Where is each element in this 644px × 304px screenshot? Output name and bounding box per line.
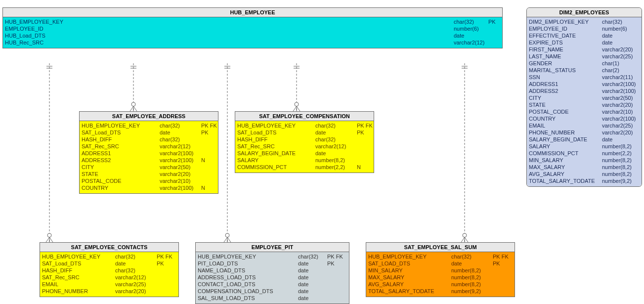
column-row: HASH_DIFFchar(32) <box>237 136 372 143</box>
column-name: ADDRESS2 <box>82 157 156 164</box>
column-flag <box>488 32 500 39</box>
column-type: number(6) <box>602 25 642 32</box>
column-name: SAT_Load_DTS <box>42 260 111 267</box>
column-name: EMAIL <box>529 122 598 129</box>
column-row: STATEvarchar2(20) <box>529 101 640 108</box>
column-row: FIRST_NAMEvarchar2(20) <box>529 46 640 53</box>
column-flag: PK FK <box>327 253 343 260</box>
entity-sat-employee-contacts: SAT_EMPLOYEE_CONTACTS HUB_EMPLOYEE_KEYch… <box>40 242 179 297</box>
column-name: MIN_SALARY <box>368 267 447 274</box>
column-type: char(32) <box>160 122 199 129</box>
column-type: date <box>454 32 488 39</box>
column-row: SAT_Load_DTSdatePK <box>42 260 176 267</box>
column-type: varchar2(20) <box>115 288 155 295</box>
column-row: EFFECTIVE_DATEdate <box>529 32 640 39</box>
column-row: HUB_EMPLOYEE_KEYchar(32)PK FK <box>237 122 372 129</box>
column-row: CONTACT_LOAD_DTSdate <box>198 281 347 288</box>
entity-employee-pit: EMPLOYEE_PIT HUB_EMPLOYEE_KEYchar(32)PK … <box>195 242 349 304</box>
column-name: STATE <box>82 171 156 177</box>
column-name: SSN <box>529 74 598 81</box>
column-row: STATEvarchar2(20) <box>82 171 216 177</box>
column-type: varchar2(25) <box>602 53 642 60</box>
column-row: CITYvarchar2(50) <box>82 164 216 171</box>
column-flag: PK <box>201 129 209 136</box>
column-type: date <box>602 136 642 143</box>
column-name: CONTACT_LOAD_DTS <box>198 281 294 288</box>
column-type: date <box>298 267 325 274</box>
column-type: varchar2(50) <box>602 94 642 101</box>
entity-body: HUB_EMPLOYEE_KEYchar(32)PK FKPIT_LOAD_DT… <box>196 252 349 304</box>
column-row: POSTAL_CODEvarchar2(10) <box>529 108 640 115</box>
column-type: varchar2(50) <box>160 164 199 171</box>
column-row: EMPLOYEE_IDnumber(6) <box>5 25 500 32</box>
entity-title: SAT_EMPLOYEE_COMPENSATION <box>235 112 374 121</box>
column-name: HUB_EMPLOYEE_KEY <box>368 253 447 260</box>
column-type: varchar2(12) <box>454 39 488 46</box>
entity-body: HUB_EMPLOYEE_KEYchar(32)PK FKSAT_Load_DT… <box>235 121 374 173</box>
column-name: MAX_SALARY <box>368 274 447 281</box>
column-type: char(32) <box>160 136 199 143</box>
column-type: char(32) <box>115 267 155 274</box>
column-flag: PK FK <box>357 122 373 129</box>
column-row: PIT_LOAD_DTSdatePK <box>198 260 347 267</box>
column-type: number(8,2) <box>602 171 642 177</box>
column-row: AVG_SALARYnumber(8,2) <box>529 171 640 177</box>
entity-body: DIM2_EMPLOYEE_KEYchar(32)EMPLOYEE_IDnumb… <box>527 17 642 186</box>
column-type: varchar2(100) <box>160 157 199 164</box>
column-type: date <box>298 281 325 288</box>
column-type: varchar2(20) <box>602 101 642 108</box>
column-type: varchar2(100) <box>602 115 642 122</box>
column-row: EMAILvarchar2(25) <box>42 281 176 288</box>
column-type: char(32) <box>454 18 488 25</box>
column-type: char(32) <box>315 122 355 129</box>
column-type: date <box>298 288 325 295</box>
column-flag <box>488 39 500 46</box>
column-type: varchar2(10) <box>160 177 199 184</box>
column-name: EMAIL <box>42 281 111 288</box>
column-name: STATE <box>529 101 598 108</box>
column-type: varchar2(11) <box>602 74 642 81</box>
column-name: PHONE_NUMBER <box>529 129 598 136</box>
column-type-flag: char(32)PK <box>454 18 500 25</box>
column-type: number(8,2) <box>602 143 642 150</box>
column-row: SSNvarchar2(11) <box>529 74 640 81</box>
column-type: varchar2(25) <box>602 122 642 129</box>
column-row: SALARY_BEGIN_DATEdate <box>529 136 640 143</box>
column-row: EXPIRE_DTSdate <box>529 39 640 46</box>
column-type: date <box>298 295 325 302</box>
column-type: date <box>115 260 155 267</box>
column-type: char(32) <box>602 18 642 25</box>
entity-dim2-employees: DIM2_EMPLOYEES DIM2_EMPLOYEE_KEYchar(32)… <box>526 7 642 187</box>
column-name: POSTAL_CODE <box>82 177 156 184</box>
column-row: ADDRESS_LOAD_DTSdate <box>198 274 347 281</box>
column-type: varchar2(10) <box>602 108 642 115</box>
entity-body: HUB_EMPLOYEE_KEYchar(32)PK FKSAT_Load_DT… <box>40 252 178 297</box>
column-type: date <box>315 150 355 157</box>
column-row: SAT_Load_DTSdatePK <box>82 129 216 136</box>
column-name: TOTAL_SALARY_TODATE <box>529 177 598 184</box>
column-flag <box>488 25 500 32</box>
column-flag: PK <box>357 129 364 136</box>
column-type: char(1) <box>602 60 642 67</box>
column-name: COUNTRY <box>82 184 156 191</box>
entity-title: SAT_EMPLOYEE_SAL_SUM <box>366 243 515 252</box>
column-type: date <box>602 32 642 39</box>
column-flag: PK <box>493 260 500 267</box>
column-row: MIN_SALARYnumber(8,2) <box>368 267 513 274</box>
column-type: number(2,2) <box>315 164 355 171</box>
column-name: EMPLOYEE_ID <box>5 25 43 32</box>
column-type-flag: number(6) <box>454 25 500 32</box>
column-row: PHONE_NUMBERvarchar2(20) <box>42 288 176 295</box>
column-row: MAX_SALARYnumber(8,2) <box>368 274 513 281</box>
column-row: COUNTRYvarchar2(100) <box>529 115 640 122</box>
column-name: SAT_Load_DTS <box>237 129 311 136</box>
column-type: date <box>451 260 491 267</box>
column-name: SALARY_BEGIN_DATE <box>529 136 598 143</box>
column-row: SAL_SUM_LOAD_DTSdate <box>198 295 347 302</box>
column-name: CITY <box>82 164 156 171</box>
entity-body: HUB_EMPLOYEE_KEYchar(32)PKEMPLOYEE_IDnum… <box>3 17 502 48</box>
column-row: ADDRESS2varchar2(100)N <box>82 157 216 164</box>
column-type: char(32) <box>315 136 355 143</box>
column-name: MAX_SALARY <box>529 164 598 171</box>
column-row: HUB_EMPLOYEE_KEYchar(32)PK <box>5 18 500 25</box>
